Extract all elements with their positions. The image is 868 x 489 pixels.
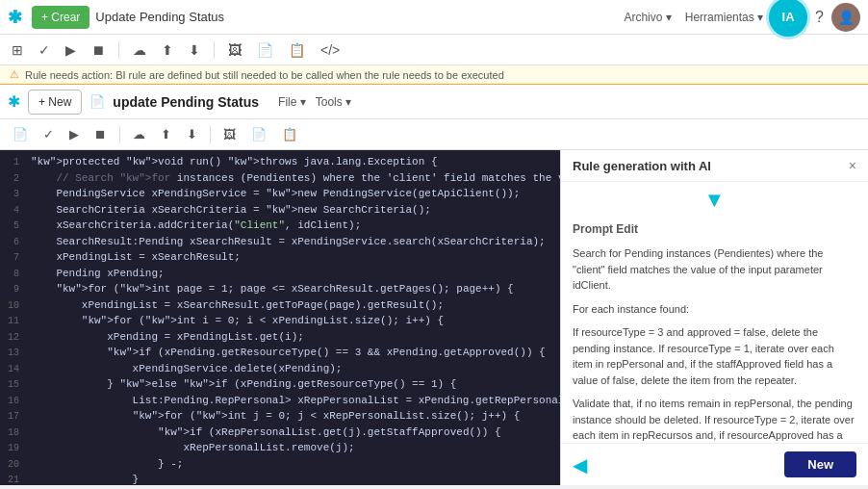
warning-bar: ⚠ Rule needs action: BI rule are defined… (0, 65, 868, 85)
line-number: 6 (0, 234, 27, 250)
tb-upload-icon[interactable]: ⬆ (158, 40, 177, 60)
code-line: 2 // Search "kw">for instances (Pendient… (0, 170, 560, 187)
line-content: "kw">for ("kw">int page = 1; page <= xSe… (27, 281, 560, 297)
file-menu[interactable]: File ▾ (278, 95, 306, 109)
top-bar: ✱ + Crear Update Pending Status Archivo … (0, 0, 868, 35)
tb-sep1 (118, 41, 119, 59)
line-number: 11 (0, 313, 27, 329)
code-line: 1"kw">protected "kw">void run() "kw">thr… (0, 154, 560, 170)
line-content: } "kw">else "kw">if (xPending.getResourc… (27, 376, 560, 393)
et-paste-icon[interactable]: 📋 (277, 125, 302, 143)
new-big-button[interactable]: New (784, 451, 856, 477)
code-line: 19 xRepPersonalList.remove(j); (0, 440, 560, 456)
et-stop-icon[interactable]: ⏹ (89, 125, 112, 143)
code-line: 10 xPendingList = xSearchResult.getToPag… (0, 297, 560, 314)
ai-panel-title: Rule generation with AI (573, 159, 711, 173)
line-content: "kw">for ("kw">int i = 0; i < xPendingLi… (27, 313, 560, 329)
tb-play-icon[interactable]: ▶ (62, 40, 80, 60)
line-content: xSearchCriteria.addCriteria("Client", id… (27, 218, 560, 234)
ai-bottom: ◀ New (561, 443, 868, 485)
et-doc2-icon[interactable]: 📄 (246, 125, 271, 143)
line-number: 17 (0, 408, 27, 425)
line-content: SearchResult:Pending xSearchResult = xPe… (27, 234, 560, 250)
tb-clipboard-icon[interactable]: 📋 (285, 40, 309, 60)
ai-paragraph: Validate that, if no items remain in rep… (573, 396, 856, 443)
app-logo: ✱ (8, 7, 22, 28)
et-download-icon[interactable]: ⬇ (182, 125, 202, 143)
code-line: 21 } (0, 472, 560, 485)
code-line: 7 xPendingList = xSearchResult; (0, 249, 560, 266)
tb-download-icon[interactable]: ⬇ (185, 40, 204, 60)
code-line: 12 xPending = xPendingList.get(i); (0, 329, 560, 346)
tb-cloud-icon[interactable]: ☁ (129, 40, 150, 60)
et-image-icon[interactable]: 🖼 (218, 125, 241, 143)
line-number: 5 (0, 218, 27, 234)
code-line: 4 SearchCriteria xSearchCriteria = "kw">… (0, 202, 560, 219)
line-number: 3 (0, 186, 27, 202)
doc-icon: 📄 (89, 94, 105, 109)
line-content: } -; (27, 456, 560, 473)
code-line: 15 } "kw">else "kw">if (xPending.getReso… (0, 376, 560, 393)
ai-back-icon[interactable]: ◀ (573, 453, 587, 476)
code-line: 18 "kw">if (xRepPersonalList.get(j).getS… (0, 425, 560, 441)
line-content: xPendingService.delete(xPending); (27, 361, 560, 377)
tb-doc-icon[interactable]: 📄 (253, 40, 277, 60)
avatar: 👤 (831, 3, 860, 32)
create-button[interactable]: + Crear (32, 6, 89, 29)
tb-image-icon[interactable]: 🖼 (224, 40, 245, 60)
ai-panel: Rule generation with AI × ▼ Prompt Edit … (560, 150, 868, 485)
code-line: 16 List:Pending.RepPersonal> xRepPersona… (0, 393, 560, 409)
ai-badge: IA (769, 0, 807, 37)
line-number: 18 (0, 425, 27, 441)
new-btn-label: + New (38, 95, 71, 109)
line-number: 14 (0, 361, 27, 377)
et-play-icon[interactable]: ▶ (64, 125, 84, 143)
line-content: Pending xPending; (27, 266, 560, 282)
code-line: 20 } -; (0, 456, 560, 473)
ai-paragraph: Search for Pending instances (Pendientes… (573, 245, 856, 294)
tb-stop-icon[interactable]: ⏹ (88, 40, 109, 60)
line-content: List:Pending.RepPersonal> xRepPersonalLi… (27, 393, 560, 409)
line-content: "kw">if (xPending.getResourceType() == 3… (27, 345, 560, 361)
new-button[interactable]: + New (28, 90, 82, 115)
line-content: "kw">if (xRepPersonalList.get(j).getStaf… (27, 425, 560, 441)
line-number: 15 (0, 376, 27, 393)
et-upload-icon[interactable]: ⬆ (156, 125, 176, 143)
help-icon[interactable]: ? (815, 9, 824, 26)
nav-herramientas[interactable]: Herramientas ▾ (685, 11, 763, 24)
line-number: 4 (0, 202, 27, 219)
line-number: 21 (0, 472, 27, 485)
line-number: 16 (0, 393, 27, 409)
line-content: xPendingList = xSearchResult.getToPage(p… (27, 297, 560, 314)
close-icon[interactable]: × (849, 158, 856, 173)
line-number: 20 (0, 456, 27, 473)
create-btn-label: + Crear (41, 11, 80, 24)
line-content: PendingService xPendingService = "kw">ne… (27, 186, 560, 202)
prompt-edit-label: Prompt Edit (561, 219, 868, 240)
ai-content[interactable]: Search for Pending instances (Pendientes… (561, 240, 868, 443)
tb-sep2 (214, 41, 215, 59)
line-number: 7 (0, 249, 27, 266)
code-line: 13 "kw">if (xPending.getResourceType() =… (0, 345, 560, 361)
edit-toolbar: 📄 ✓ ▶ ⏹ ☁ ⬆ ⬇ 🖼 📄 📋 (0, 119, 868, 150)
code-line: 6 SearchResult:Pending xSearchResult = x… (0, 234, 560, 250)
line-content: // Search "kw">for instances (Pendientes… (27, 170, 560, 187)
et-sep1 (119, 126, 120, 143)
tb-check-icon[interactable]: ✓ (35, 40, 54, 60)
nav-archivo[interactable]: Archivo ▾ (624, 11, 671, 24)
tb-new-icon[interactable]: ⊞ (8, 40, 27, 60)
line-number: 9 (0, 281, 27, 297)
code-editor[interactable]: 1"kw">protected "kw">void run() "kw">thr… (0, 150, 560, 485)
sub-toolbar: ✱ + New 📄 update Pending Status File ▾ T… (0, 85, 868, 119)
ai-arrow: ▼ (561, 182, 868, 219)
tools-menu[interactable]: Tools ▾ (316, 95, 351, 109)
line-number: 8 (0, 266, 27, 282)
toolbar2: ⊞ ✓ ▶ ⏹ ☁ ⬆ ⬇ 🖼 📄 📋 </> (0, 35, 868, 65)
code-line: 17 "kw">for ("kw">int j = 0; j < xRepPer… (0, 408, 560, 425)
code-line: 14 xPendingService.delete(xPending); (0, 361, 560, 377)
line-number: 10 (0, 297, 27, 314)
tb-code-icon[interactable]: </> (317, 40, 344, 60)
et-file-icon[interactable]: 📄 (8, 125, 33, 143)
et-cloud-icon[interactable]: ☁ (128, 125, 150, 143)
et-check-icon[interactable]: ✓ (38, 125, 59, 143)
